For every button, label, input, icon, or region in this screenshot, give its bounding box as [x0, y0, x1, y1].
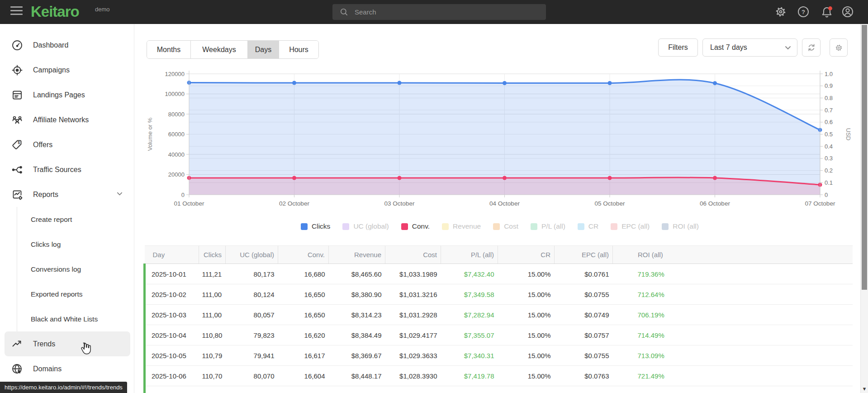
- chart-settings-button[interactable]: [830, 38, 848, 57]
- cell-day: 2025-10-04: [145, 325, 199, 345]
- svg-text:06 October: 06 October: [700, 200, 730, 207]
- legend-swatch: [611, 223, 617, 230]
- legend-item-clicks[interactable]: Clicks: [301, 222, 330, 230]
- legend-item-cost[interactable]: Cost: [493, 222, 518, 230]
- sidebar-item-create-report[interactable]: Create report: [5, 207, 130, 232]
- date-range-value: Last 7 days: [710, 43, 747, 52]
- cell-epc-all: $0.0761: [555, 264, 613, 284]
- hamburger-menu-icon[interactable]: [10, 6, 23, 17]
- legend-swatch: [578, 223, 584, 230]
- keitaro-logo[interactable]: Keitaro: [31, 3, 79, 20]
- environment-badge: demo: [95, 6, 110, 13]
- offers-icon: $: [11, 139, 23, 151]
- sidebar-item-offers[interactable]: $Offers: [5, 132, 130, 157]
- sidebar-item-label: Offers: [33, 141, 52, 149]
- settings-gear-icon[interactable]: [775, 6, 787, 18]
- sidebar-item-label: Domains: [33, 365, 62, 373]
- column-header-clicks: Clicks: [199, 246, 226, 264]
- reports-icon: [11, 189, 23, 201]
- legend-item-cr[interactable]: CR: [578, 222, 598, 230]
- sidebar-item-label: Black and White Lists: [31, 315, 98, 323]
- cell-cr: 15.00%: [498, 366, 555, 386]
- table-row: 2025-10-02111,0080,12416,650$8,380.90$1,…: [145, 284, 853, 305]
- sidebar-item-label: Campaigns: [33, 66, 70, 74]
- legend-label: EPC (all): [621, 222, 650, 230]
- sidebar-item-conversions-log[interactable]: Conversions log: [5, 257, 130, 282]
- column-header-revenue: Revenue: [329, 246, 385, 264]
- cell-conv: 16,604: [278, 366, 329, 386]
- sidebar-item-exported-reports[interactable]: Exported reports: [5, 282, 130, 307]
- legend-item-p-l-all[interactable]: P/L (all): [531, 222, 565, 230]
- svg-text:07 October: 07 October: [805, 200, 835, 207]
- help-icon[interactable]: ?: [797, 6, 809, 18]
- legend-item-conv[interactable]: Conv.: [401, 222, 430, 230]
- trends-icon: [11, 338, 23, 350]
- legend-item-epc-all[interactable]: EPC (all): [611, 222, 650, 230]
- table-row: 2025-10-06110,7080,07016,604$8,448.17$1,…: [145, 366, 853, 386]
- tab-months[interactable]: Months: [147, 41, 190, 58]
- sidebar-item-label: Exported reports: [31, 290, 83, 298]
- refresh-icon: [807, 43, 816, 52]
- cell-roi-all: 713.09%: [613, 345, 853, 366]
- sidebar-item-label: Reports: [33, 191, 58, 199]
- column-header-uc-global: UC (global): [226, 246, 278, 264]
- top-bar: Keitaro demo ?: [0, 0, 868, 24]
- scrollbar-thumb[interactable]: [862, 25, 867, 290]
- cell-cost: $1,029.4177: [385, 325, 441, 345]
- cell-uc-global: 80,173: [226, 264, 278, 284]
- svg-text:0: 0: [825, 192, 828, 198]
- search-box[interactable]: [332, 4, 546, 20]
- cell-roi-all: 714.49%: [613, 325, 853, 345]
- refresh-button[interactable]: [802, 38, 821, 57]
- account-icon[interactable]: [842, 6, 854, 18]
- sidebar-item-label: Affiliate Networks: [33, 116, 89, 124]
- sidebar-item-dashboard[interactable]: Dashboard: [5, 33, 130, 58]
- cell-day: 2025-10-06: [145, 366, 199, 386]
- cell-conv: 8,449: [278, 386, 329, 393]
- search-input[interactable]: [354, 8, 527, 16]
- cell-revenue: $8,465.60: [329, 264, 385, 284]
- sidebar: DashboardCampaignsLandings PagesAffiliat…: [0, 24, 134, 393]
- cell-cr: 15.00%: [498, 284, 555, 305]
- sidebar-item-campaigns[interactable]: Campaigns: [5, 58, 130, 82]
- sidebar-item-landings-pages[interactable]: Landings Pages: [5, 82, 130, 107]
- date-range-select[interactable]: Last 7 days: [702, 38, 797, 57]
- cell-epc-all: $0.0763: [555, 366, 613, 386]
- tab-days[interactable]: Days: [247, 41, 279, 58]
- sidebar-item-clicks-log[interactable]: Clicks log: [5, 232, 130, 257]
- cell-roi-all: 719.36%: [613, 264, 853, 284]
- legend-item-uc-global[interactable]: UC (global): [342, 222, 389, 230]
- svg-text:80000: 80000: [168, 111, 185, 118]
- scroll-down-arrow[interactable]: ▾: [861, 385, 868, 393]
- cell-conv: 16,617: [278, 345, 329, 366]
- cell-uc-global: 80,070: [226, 366, 278, 386]
- cell-cr: 15.00%: [498, 325, 555, 345]
- sidebar-item-label: Conversions log: [31, 265, 81, 273]
- sidebar-item-traffic-sources[interactable]: Traffic Sources: [5, 157, 130, 182]
- sidebar-item-black-and-white-lists[interactable]: Black and White Lists: [5, 307, 130, 331]
- legend-item-revenue[interactable]: Revenue: [442, 222, 481, 230]
- gear-icon: [835, 44, 843, 52]
- cell-epc-all: $0.0749: [555, 305, 613, 325]
- cell-cr: 15.00%: [498, 345, 555, 366]
- legend-label: ROI (all): [673, 222, 699, 230]
- tab-hours[interactable]: Hours: [279, 41, 318, 58]
- legend-label: Conv.: [412, 222, 430, 230]
- cell-cr: 15.00%: [498, 386, 555, 393]
- traffic-icon: [11, 164, 23, 176]
- svg-text:0.5: 0.5: [825, 131, 833, 138]
- notifications-bell-icon[interactable]: [821, 6, 832, 18]
- cell-revenue: $1,089.94: [329, 386, 385, 393]
- search-icon: [340, 8, 348, 16]
- sidebar-item-domains[interactable]: Domains: [5, 356, 130, 381]
- cell-cr: 15.00%: [498, 264, 555, 284]
- sidebar-item-affiliate-networks[interactable]: Affiliate Networks: [5, 107, 130, 132]
- filters-button[interactable]: Filters: [658, 38, 698, 57]
- dashboard-icon: [11, 39, 23, 51]
- cell-uc-global: 80,057: [226, 305, 278, 325]
- sidebar-item-trends[interactable]: Trends: [5, 331, 130, 356]
- cell-clicks: 111,21: [199, 264, 226, 284]
- tab-weekdays[interactable]: Weekdays: [190, 41, 247, 58]
- sidebar-item-reports[interactable]: Reports: [5, 182, 130, 207]
- legend-item-roi-all[interactable]: ROI (all): [662, 222, 699, 230]
